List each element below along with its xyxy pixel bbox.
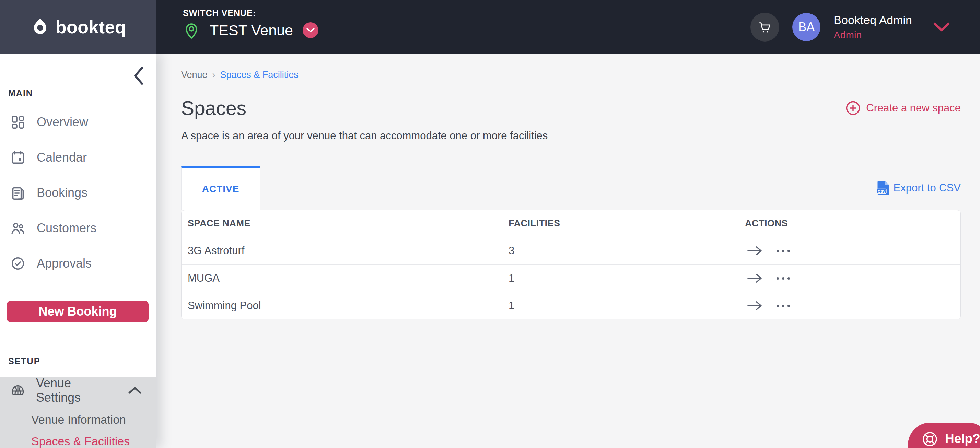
help-label: Help? [945, 432, 980, 446]
table-row: 3G Astroturf 3 [181, 237, 961, 264]
space-name-cell: 3G Astroturf [181, 237, 502, 264]
create-space-label: Create a new space [866, 102, 961, 114]
table-row: MUGA 1 [181, 264, 961, 292]
user-info: Bookteq Admin Admin [834, 13, 912, 41]
sidebar-item-venue-information[interactable]: Venue Information [31, 413, 126, 426]
chevron-up-icon[interactable] [128, 387, 142, 394]
help-button[interactable]: Help? [908, 423, 980, 448]
main-content: Venue › Spaces & Facilities Spaces Creat… [156, 54, 980, 448]
cart-button[interactable] [751, 13, 779, 41]
column-space-name: SPACE NAME [181, 210, 502, 237]
breadcrumb: Venue › Spaces & Facilities [181, 70, 961, 80]
user-role: Admin [834, 29, 912, 41]
column-actions: ACTIONS [739, 210, 961, 237]
bookings-icon [10, 185, 26, 201]
sidebar-item-venue-settings[interactable]: Venue Settings [0, 377, 156, 404]
user-name: Bookteq Admin [834, 13, 912, 27]
sidebar: MAIN Overview Calendar [0, 54, 156, 448]
more-actions-icon[interactable] [776, 277, 790, 280]
create-space-button[interactable]: Create a new space [845, 100, 961, 116]
stadium-icon [10, 383, 26, 398]
sidebar-item-label: Customers [37, 221, 96, 235]
sidebar-item-label: Approvals [37, 256, 92, 271]
breadcrumb-venue-link[interactable]: Venue [181, 70, 208, 80]
switch-venue-block: SWITCH VENUE: TEST Venue [183, 0, 318, 54]
sidebar-section-setup: SETUP [8, 356, 156, 366]
facilities-cell: 1 [502, 292, 739, 319]
sidebar-item-spaces-facilities[interactable]: Spaces & Facilities [31, 435, 130, 448]
open-space-arrow-right-icon[interactable] [747, 273, 763, 283]
user-avatar[interactable]: BA [792, 13, 821, 41]
venue-settings-group: Venue Settings Venue Information Spaces … [0, 377, 156, 448]
brand-logo[interactable]: bookteq [0, 0, 156, 54]
user-menu-chevron-down-icon[interactable] [933, 22, 950, 32]
sidebar-item-label: Overview [37, 115, 88, 129]
export-csv-label: Export to CSV [894, 182, 961, 194]
sidebar-item-bookings[interactable]: Bookings [0, 175, 156, 210]
sidebar-nav: Overview Calendar Bookings [0, 104, 156, 281]
facilities-cell: 1 [502, 264, 739, 292]
check-circle-icon [10, 256, 26, 271]
spaces-table: SPACE NAME FACILITIES ACTIONS 3G Astrotu… [181, 210, 961, 319]
breadcrumb-current[interactable]: Spaces & Facilities [220, 70, 299, 80]
venue-selector[interactable]: TEST Venue [183, 21, 318, 40]
more-actions-icon[interactable] [776, 305, 790, 307]
sidebar-section-main: MAIN [8, 88, 156, 98]
customers-icon [10, 220, 26, 236]
more-actions-icon[interactable] [776, 250, 790, 252]
new-booking-button[interactable]: New Booking [7, 301, 149, 322]
brand-name: bookteq [56, 17, 126, 37]
sidebar-collapse-button[interactable] [133, 66, 144, 86]
tab-active[interactable]: ACTIVE [181, 166, 260, 210]
page-title: Spaces [181, 97, 247, 119]
column-facilities: FACILITIES [502, 210, 739, 237]
lifebuoy-icon [922, 431, 938, 447]
sidebar-item-customers[interactable]: Customers [0, 210, 156, 246]
switch-venue-label: SWITCH VENUE: [183, 8, 318, 18]
facilities-cell: 3 [502, 237, 739, 264]
sidebar-item-label: Calendar [37, 150, 87, 165]
open-space-arrow-right-icon[interactable] [747, 246, 763, 256]
space-name-cell: MUGA [181, 264, 502, 292]
table-header-row: SPACE NAME FACILITIES ACTIONS [181, 210, 961, 237]
sidebar-item-calendar[interactable]: Calendar [0, 140, 156, 175]
svg-text:CSV: CSV [878, 189, 886, 194]
table-row: Swimming Pool 1 [181, 292, 961, 319]
sidebar-item-overview[interactable]: Overview [0, 104, 156, 140]
sidebar-item-label: Bookings [37, 186, 88, 200]
csv-file-icon: CSV [877, 180, 891, 196]
top-header: bookteq SWITCH VENUE: TEST Venue [0, 0, 980, 54]
header-right: BA Bookteq Admin Admin [751, 0, 980, 54]
map-pin-icon [183, 21, 200, 40]
page-subtitle: A space is an area of your venue that ca… [181, 130, 961, 142]
grid-icon [10, 114, 26, 130]
cart-icon [758, 20, 772, 34]
sidebar-item-label: Venue Settings [36, 376, 118, 405]
venue-chevron-down-icon[interactable] [303, 22, 318, 38]
sidebar-item-approvals[interactable]: Approvals [0, 246, 156, 281]
open-space-arrow-right-icon[interactable] [747, 300, 763, 311]
venue-name: TEST Venue [210, 22, 293, 39]
calendar-icon [10, 149, 26, 165]
space-name-cell: Swimming Pool [181, 292, 502, 319]
export-csv-button[interactable]: CSV Export to CSV [877, 180, 961, 196]
droplet-icon [30, 17, 50, 37]
breadcrumb-separator: › [212, 70, 215, 80]
plus-circle-icon [845, 100, 861, 116]
